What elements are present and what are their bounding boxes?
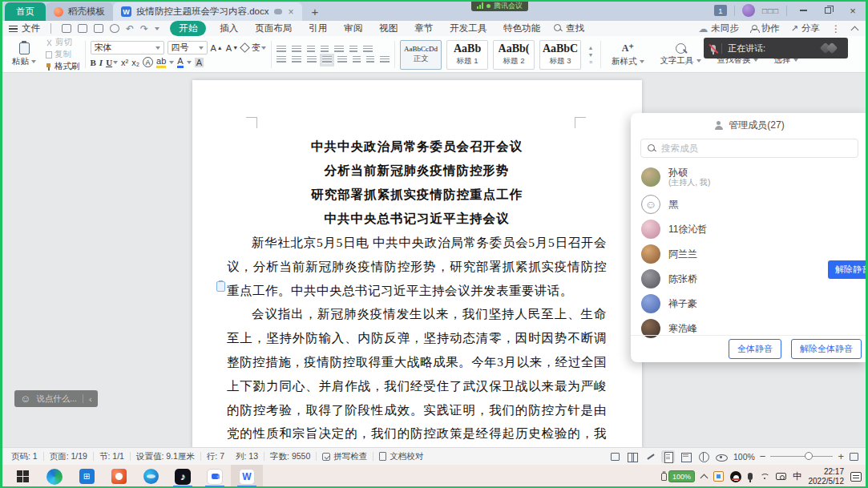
- bullet-list-icon[interactable]: [277, 46, 286, 54]
- bold-button[interactable]: B: [91, 58, 96, 67]
- start-button[interactable]: [6, 465, 38, 488]
- zoom-in-button[interactable]: +: [838, 451, 844, 462]
- member-row[interactable]: ☺ 黑: [631, 192, 868, 216]
- spellcheck-button[interactable]: 拼写检查: [317, 451, 373, 462]
- menu-item-special-features[interactable]: 特色功能: [500, 21, 543, 36]
- shrink-font-button[interactable]: A▼: [226, 43, 238, 53]
- text-tools-button[interactable]: 文字工具: [655, 43, 707, 67]
- cut-button[interactable]: 剪切: [46, 37, 80, 48]
- muted-mic-icon[interactable]: [711, 45, 716, 52]
- tray-expand-icon[interactable]: [700, 474, 709, 482]
- meeting-share-indicator[interactable]: 腾讯会议: [471, 0, 528, 11]
- paste-options-widget[interactable]: [216, 280, 234, 292]
- style-heading2[interactable]: AaBb( 标题 2: [493, 40, 535, 70]
- ink-icon[interactable]: [645, 452, 656, 462]
- styles-scroll[interactable]: ▲▼≡: [586, 45, 595, 65]
- show-marks-icon[interactable]: [363, 46, 373, 54]
- style-heading3[interactable]: AaBbC 标题 3: [539, 40, 581, 70]
- eye-protect-icon[interactable]: [716, 452, 726, 462]
- account-name[interactable]: □□□: [762, 6, 779, 15]
- grow-font-button[interactable]: A▲: [211, 43, 223, 53]
- menu-item-insert[interactable]: 插入: [216, 21, 241, 36]
- font-color-caret-icon[interactable]: [187, 61, 192, 64]
- tab-close-icon[interactable]: ×: [289, 6, 294, 18]
- proofread-button[interactable]: 文档校对: [373, 451, 429, 462]
- style-body[interactable]: AaBbCcDd 正文: [400, 40, 442, 70]
- find-menu[interactable]: 查找: [554, 22, 584, 34]
- outline-view-icon[interactable]: [680, 452, 691, 462]
- projector-icon[interactable]: [776, 473, 786, 480]
- taskbar-edge[interactable]: [38, 465, 71, 488]
- numbered-list-icon[interactable]: [292, 46, 301, 54]
- unmute-member-button[interactable]: 解除静音: [828, 260, 868, 279]
- share-button[interactable]: ↗ 分享: [791, 22, 820, 34]
- emoji-icon[interactable]: ☺: [20, 393, 30, 404]
- sync-status[interactable]: ☁ 未同步: [698, 22, 739, 34]
- restore-button[interactable]: [819, 3, 837, 18]
- zoom-slider[interactable]: [770, 456, 833, 457]
- meeting-floating-bar[interactable]: 正在讲话:: [704, 38, 848, 58]
- increase-indent-icon[interactable]: [321, 46, 329, 54]
- new-tab-button[interactable]: +: [312, 5, 319, 18]
- taskbar-office[interactable]: [103, 465, 135, 488]
- tray-mic-icon[interactable]: [748, 473, 753, 480]
- member-row[interactable]: 禅子豪: [631, 291, 868, 316]
- notification-center-icon[interactable]: [850, 472, 862, 482]
- highlight-caret-icon[interactable]: [169, 61, 174, 64]
- tab-home[interactable]: 首页: [5, 2, 46, 21]
- collapse-ribbon-icon[interactable]: [851, 26, 859, 34]
- circled-character-button[interactable]: A: [143, 57, 153, 67]
- save-icon[interactable]: [62, 24, 71, 33]
- font-color-button[interactable]: A: [177, 56, 183, 68]
- menu-item-dev-tools[interactable]: 开发工具: [446, 21, 490, 36]
- redo-icon[interactable]: ↷: [140, 24, 148, 34]
- menu-item-page-layout[interactable]: 页面布局: [252, 21, 295, 36]
- qq-icon[interactable]: [730, 471, 741, 482]
- menu-item-references[interactable]: 引用: [305, 21, 330, 36]
- fit-page-icon[interactable]: [849, 452, 859, 462]
- align-left-icon[interactable]: [277, 56, 286, 64]
- collaborate-button[interactable]: 协作: [750, 22, 780, 34]
- superscript-button[interactable]: x²: [121, 58, 128, 67]
- taskbar-browser[interactable]: [135, 465, 167, 488]
- print-icon[interactable]: [78, 24, 87, 33]
- minimize-button[interactable]: [794, 3, 812, 18]
- chat-placeholder[interactable]: 说点什么...: [36, 393, 77, 405]
- taskbar-wps[interactable]: W: [231, 465, 263, 488]
- document-page[interactable]: 中共中央政治局常务委员会召开会议 分析当前新冠肺炎疫情防控形势 研究部署抓紧抓实…: [192, 80, 642, 447]
- meeting-chat-bubble[interactable]: ☺ 说点什么... ‹: [14, 390, 98, 407]
- read-layout-icon[interactable]: [628, 452, 638, 462]
- borders-icon[interactable]: [380, 56, 390, 64]
- member-search-input[interactable]: [661, 143, 851, 153]
- style-heading1[interactable]: AaBb 标题 1: [446, 40, 488, 70]
- font-size-select[interactable]: 四号: [168, 41, 208, 54]
- page-view-icon[interactable]: [663, 452, 673, 462]
- mute-all-button[interactable]: 全体静音: [729, 339, 781, 359]
- collapse-chat-icon[interactable]: ‹: [89, 394, 92, 404]
- menu-item-home[interactable]: 开始: [170, 21, 206, 36]
- character-shading-button[interactable]: A: [195, 58, 204, 67]
- tab-document[interactable]: W 疫情防控主题班会学习内容.docx ×: [113, 2, 302, 21]
- clear-format-icon[interactable]: [240, 42, 250, 53]
- tab-docer[interactable]: 稻壳模板: [46, 2, 113, 21]
- highlight-color-button[interactable]: ab: [156, 56, 166, 68]
- text-transform-button[interactable]: 变: [252, 42, 266, 54]
- ime-indicator[interactable]: 中: [793, 470, 802, 482]
- wifi-icon[interactable]: [759, 473, 769, 481]
- zoom-out-button[interactable]: −: [760, 451, 766, 462]
- line-spacing-icon[interactable]: [353, 56, 361, 64]
- new-style-button[interactable]: A⁺ 新样式: [606, 42, 650, 67]
- justify-icon[interactable]: [322, 56, 332, 64]
- battery-status[interactable]: 100%: [661, 470, 695, 482]
- unmute-all-button[interactable]: 解除全体静音: [791, 339, 862, 359]
- close-button[interactable]: ×: [844, 3, 862, 18]
- web-layout-icon[interactable]: [698, 452, 709, 462]
- member-row[interactable]: 孙硕 (主持人, 我): [631, 163, 868, 192]
- status-page-count[interactable]: 页面: 1/19: [44, 451, 93, 462]
- message-badge[interactable]: 1: [714, 5, 727, 16]
- snip-tool-icon[interactable]: [713, 471, 724, 482]
- align-right-icon[interactable]: [307, 56, 317, 64]
- format-painter-button[interactable]: 格式刷: [46, 61, 80, 72]
- file-menu[interactable]: 文件: [9, 22, 40, 34]
- clock[interactable]: 22:17 2022/5/12: [809, 467, 845, 486]
